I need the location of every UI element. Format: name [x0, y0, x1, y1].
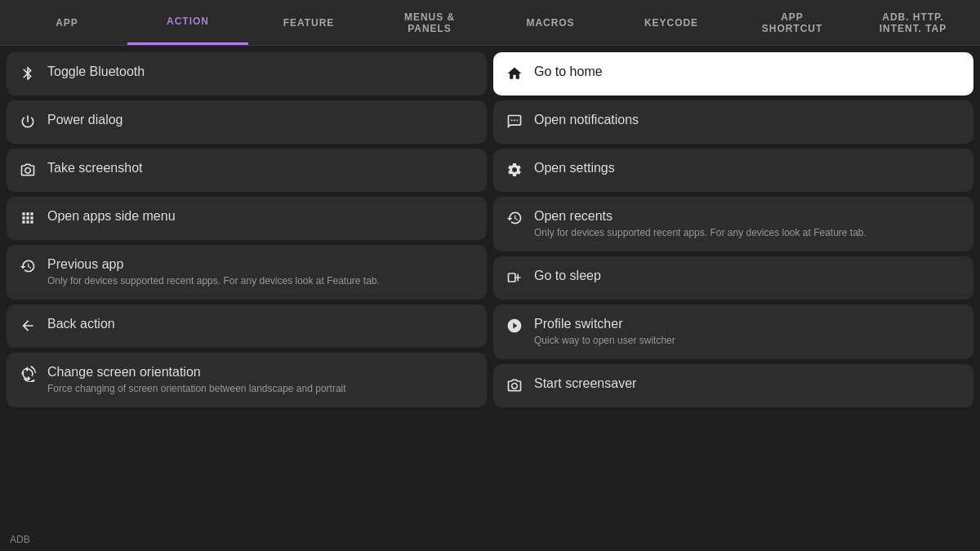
right-column: Go to homeOpen notificationsOpen setting…: [493, 52, 973, 522]
right-item-start-screensaver[interactable]: Start screensaver: [493, 364, 973, 407]
back-action-title: Back action: [47, 316, 115, 331]
left-item-back-action[interactable]: Back action: [7, 304, 487, 348]
change-screen-orientation-icon: [20, 366, 36, 384]
take-screenshot-icon: [20, 162, 36, 180]
right-item-open-settings[interactable]: Open settings: [493, 149, 973, 192]
right-item-open-notifications[interactable]: Open notifications: [493, 100, 973, 144]
go-to-sleep-icon: [506, 269, 523, 288]
open-settings-title: Open settings: [534, 160, 615, 176]
toggle-bluetooth-title: Toggle Bluetooth: [47, 64, 145, 79]
left-item-toggle-bluetooth[interactable]: Toggle Bluetooth: [7, 52, 487, 96]
go-to-home-title: Go to home: [534, 64, 603, 79]
open-recents-desc: Only for devices supported recent apps. …: [534, 226, 866, 240]
tab-app[interactable]: APP: [7, 0, 127, 45]
right-item-open-recents[interactable]: Open recentsOnly for devices supported r…: [493, 197, 973, 251]
open-recents-title: Open recents: [534, 208, 866, 224]
toggle-bluetooth-icon: [20, 65, 36, 84]
open-recents-icon: [506, 210, 523, 229]
tab-keycode[interactable]: KEYCODE: [611, 0, 732, 45]
profile-switcher-desc: Quick way to open user switcher: [534, 334, 675, 348]
go-to-sleep-title: Go to sleep: [534, 268, 601, 283]
take-screenshot-title: Take screenshot: [47, 160, 143, 176]
left-item-previous-app[interactable]: Previous appOnly for devices supported r…: [7, 245, 487, 300]
previous-app-title: Previous app: [47, 256, 380, 272]
open-notifications-title: Open notifications: [534, 112, 639, 127]
change-screen-orientation-title: Change screen orientation: [47, 364, 346, 380]
open-settings-icon: [506, 162, 523, 180]
profile-switcher-title: Profile switcher: [534, 316, 675, 331]
profile-switcher-icon: [506, 318, 523, 336]
right-item-profile-switcher[interactable]: Profile switcherQuick way to open user s…: [493, 304, 973, 359]
start-screensaver-icon: [506, 377, 523, 396]
back-action-icon: [20, 318, 36, 336]
right-item-go-to-home[interactable]: Go to home: [493, 52, 973, 96]
footer-label: ADB: [10, 534, 30, 545]
tab-feature[interactable]: FEATURE: [248, 0, 369, 45]
right-item-go-to-sleep[interactable]: Go to sleep: [493, 256, 973, 300]
go-to-home-icon: [506, 65, 523, 84]
open-notifications-icon: [506, 113, 523, 132]
power-dialog-icon: [20, 113, 36, 132]
left-item-change-screen-orientation[interactable]: Change screen orientationForce changing …: [7, 353, 487, 407]
tab-app-shortcut[interactable]: APP SHORTCUT: [732, 0, 853, 45]
power-dialog-title: Power dialog: [47, 112, 123, 127]
tab-bar: APP ACTION FEATURE MENUS & PANELS MACROS…: [0, 0, 980, 46]
footer: ADB: [0, 528, 980, 551]
change-screen-orientation-desc: Force changing of screen orientation bet…: [47, 382, 346, 396]
main-content: Toggle BluetoothPower dialogTake screens…: [0, 46, 980, 528]
left-item-take-screenshot[interactable]: Take screenshot: [7, 149, 487, 192]
open-apps-side-menu-icon: [20, 210, 36, 229]
tab-macros[interactable]: MACROS: [490, 0, 611, 45]
left-column: Toggle BluetoothPower dialogTake screens…: [7, 52, 487, 522]
tab-adb-http[interactable]: ADB. HTTP. INTENT. TAP: [853, 0, 973, 45]
start-screensaver-title: Start screensaver: [534, 375, 636, 391]
left-item-power-dialog[interactable]: Power dialog: [7, 100, 487, 144]
tab-menus-panels[interactable]: MENUS & PANELS: [369, 0, 490, 45]
previous-app-icon: [20, 258, 36, 277]
tab-action[interactable]: ACTION: [127, 0, 248, 45]
previous-app-desc: Only for devices supported recent apps. …: [47, 274, 380, 288]
left-item-open-apps-side-menu[interactable]: Open apps side menu: [7, 197, 487, 240]
open-apps-side-menu-title: Open apps side menu: [47, 208, 176, 224]
